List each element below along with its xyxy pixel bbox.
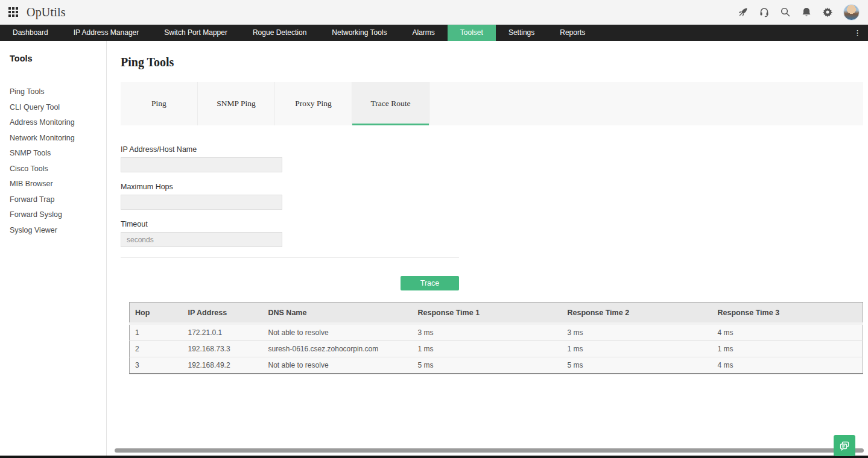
cell-ip-address: 192.168.49.2 <box>183 357 263 374</box>
field-maximum-hops: Maximum Hops <box>121 183 868 210</box>
topbar-actions <box>738 4 860 20</box>
main-nav: Dashboard IP Address Manager Switch Port… <box>0 25 868 41</box>
avatar[interactable] <box>843 4 860 20</box>
ip-address-host-name-input[interactable] <box>121 157 282 172</box>
app-launcher-grid-icon[interactable] <box>8 7 18 17</box>
nav-item-networking-tools[interactable]: Networking Tools <box>319 25 399 41</box>
tools-sidebar: Tools Ping Tools CLI Query Tool Address … <box>0 41 107 458</box>
sidebar-heading: Tools <box>10 54 97 63</box>
cell-response-time-2: 5 ms <box>562 357 712 374</box>
chat-icon <box>838 440 851 452</box>
col-header-response-time-3: Response Time 3 <box>712 303 863 324</box>
cell-dns-name: Not able to resolve <box>263 324 413 341</box>
trace-results-table: Hop IP Address DNS Name Response Time 1 … <box>129 302 863 374</box>
cell-response-time-1: 3 ms <box>413 324 562 341</box>
sidebar-item-cisco-tools[interactable]: Cisco Tools <box>10 162 97 177</box>
ping-tools-tabs: Ping SNMP Ping Proxy Ping Trace Route <box>121 82 863 125</box>
cell-response-time-1: 1 ms <box>413 341 562 357</box>
sidebar-item-cli-query-tool[interactable]: CLI Query Tool <box>10 100 97 116</box>
sidebar-item-syslog-viewer[interactable]: Syslog Viewer <box>10 223 97 239</box>
cell-response-time-3: 1 ms <box>712 341 863 357</box>
cell-dns-name: suresh-0616.csez.zohocorpin.com <box>263 341 413 357</box>
tab-trace-route[interactable]: Trace Route <box>352 82 429 125</box>
form-divider <box>121 257 459 258</box>
col-header-ip-address: IP Address <box>183 303 263 324</box>
table-header-row: Hop IP Address DNS Name Response Time 1 … <box>130 303 863 324</box>
chat-button[interactable] <box>834 435 855 456</box>
field-timeout: Timeout <box>121 220 868 247</box>
sidebar-item-address-monitoring[interactable]: Address Monitoring <box>10 115 97 131</box>
cell-dns-name: Not able to resolve <box>263 357 413 374</box>
cell-response-time-3: 4 ms <box>712 324 863 341</box>
col-header-response-time-2: Response Time 2 <box>562 303 712 324</box>
table-row: 1 172.21.0.1 Not able to resolve 3 ms 3 … <box>130 324 863 341</box>
tab-proxy-ping[interactable]: Proxy Ping <box>275 82 352 125</box>
main-content: Ping Tools Ping SNMP Ping Proxy Ping Tra… <box>107 41 868 458</box>
table-row: 2 192.168.73.3 suresh-0616.csez.zohocorp… <box>130 341 863 357</box>
field-ip-address-host-name: IP Address/Host Name <box>121 145 868 172</box>
trace-button[interactable]: Trace <box>401 276 459 290</box>
nav-item-alarms[interactable]: Alarms <box>400 25 448 41</box>
nav-item-settings[interactable]: Settings <box>496 25 547 41</box>
cell-hop: 3 <box>130 357 183 374</box>
col-header-dns-name: DNS Name <box>263 303 413 324</box>
app-logo: OpUtils <box>27 5 66 19</box>
page-body: Tools Ping Tools CLI Query Tool Address … <box>0 41 868 458</box>
table-row: 3 192.168.49.2 Not able to resolve 5 ms … <box>130 357 863 374</box>
col-header-hop: Hop <box>130 303 183 324</box>
nav-item-dashboard[interactable]: Dashboard <box>0 25 61 41</box>
gear-icon[interactable] <box>822 7 833 17</box>
sidebar-item-network-monitoring[interactable]: Network Monitoring <box>10 131 97 146</box>
cell-response-time-1: 5 ms <box>413 357 562 374</box>
sidebar-item-mib-browser[interactable]: MIB Browser <box>10 177 97 192</box>
cell-hop: 2 <box>130 341 183 357</box>
bell-icon[interactable] <box>801 7 812 17</box>
sidebar-item-ping-tools[interactable]: Ping Tools <box>10 84 97 100</box>
tab-snmp-ping[interactable]: SNMP Ping <box>198 82 275 125</box>
sidebar-item-forward-trap[interactable]: Forward Trap <box>10 192 97 208</box>
window-bottom-edge <box>0 456 868 458</box>
headset-icon[interactable] <box>759 7 770 17</box>
cell-response-time-2: 1 ms <box>562 341 712 357</box>
nav-overflow-menu-icon[interactable]: ⋮ <box>847 25 868 41</box>
tab-ping[interactable]: Ping <box>121 82 198 125</box>
cell-response-time-3: 4 ms <box>712 357 863 374</box>
ip-address-host-name-label: IP Address/Host Name <box>121 145 868 154</box>
maximum-hops-label: Maximum Hops <box>121 183 868 191</box>
maximum-hops-input[interactable] <box>121 195 282 210</box>
page-title: Ping Tools <box>121 55 868 69</box>
cell-hop: 1 <box>130 324 183 341</box>
search-icon[interactable] <box>780 7 791 17</box>
timeout-input[interactable] <box>121 232 282 247</box>
nav-item-toolset[interactable]: Toolset <box>448 25 496 41</box>
cell-ip-address: 192.168.73.3 <box>183 341 263 357</box>
nav-item-ip-address-manager[interactable]: IP Address Manager <box>61 25 152 41</box>
trace-route-form: IP Address/Host Name Maximum Hops Timeou… <box>121 145 868 247</box>
rocket-icon[interactable] <box>738 7 749 17</box>
cell-response-time-2: 3 ms <box>562 324 712 341</box>
nav-item-rogue-detection[interactable]: Rogue Detection <box>240 25 319 41</box>
sidebar-item-forward-syslog[interactable]: Forward Syslog <box>10 207 97 223</box>
cell-ip-address: 172.21.0.1 <box>183 324 263 341</box>
nav-item-switch-port-mapper[interactable]: Switch Port Mapper <box>151 25 240 41</box>
sidebar-item-snmp-tools[interactable]: SNMP Tools <box>10 146 97 162</box>
top-bar: OpUtils <box>0 0 868 25</box>
col-header-response-time-1: Response Time 1 <box>413 303 562 324</box>
horizontal-scrollbar[interactable] <box>115 448 864 453</box>
timeout-label: Timeout <box>121 220 868 228</box>
nav-item-reports[interactable]: Reports <box>547 25 598 41</box>
